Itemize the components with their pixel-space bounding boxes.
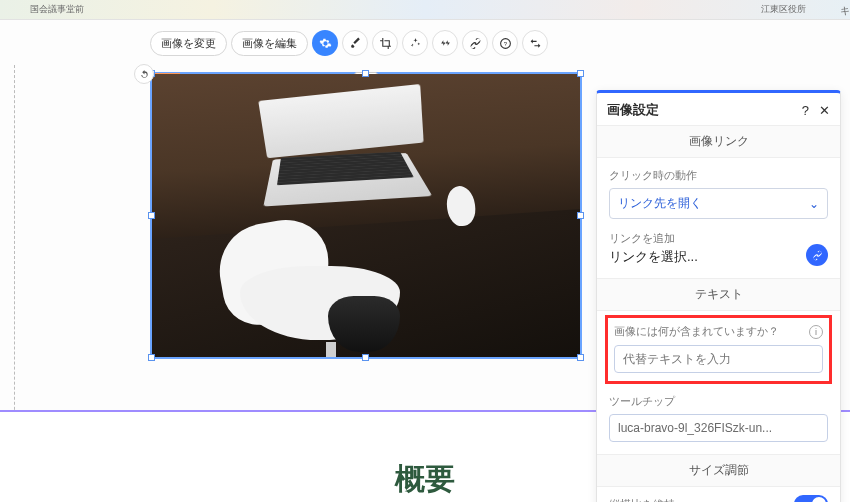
chevron-down-icon: ⌄ <box>809 197 819 211</box>
crop-tool-button[interactable] <box>372 30 398 56</box>
selected-image-frame[interactable]: 画像 #image6 <box>150 72 582 359</box>
refresh-icon <box>139 69 150 80</box>
map-poi-right: 江東区役所 <box>761 3 806 16</box>
info-icon[interactable]: i <box>809 325 823 339</box>
add-link-group: リンクを追加 リンクを選択... <box>597 231 840 278</box>
add-link-label: リンクを追加 <box>609 231 698 246</box>
resize-handle-bl[interactable] <box>148 354 155 361</box>
alt-text-input[interactable] <box>614 345 823 373</box>
swap-tool-button[interactable] <box>522 30 548 56</box>
image-content <box>152 74 580 357</box>
section-image-link: 画像リンク <box>597 125 840 158</box>
click-behavior-select[interactable]: リンク先を開く ⌄ <box>609 188 828 219</box>
image-toolbar: 画像を変更 画像を編集 ? <box>150 30 548 56</box>
tooltip-label: ツールチップ <box>609 394 828 409</box>
resize-handle-tr[interactable] <box>577 70 584 77</box>
image-settings-panel: 画像設定 ? ✕ 画像リンク クリック時の動作 リンク先を開く ⌄ リンクを追加… <box>596 90 841 502</box>
aspect-ratio-label: 縦横比を維持 <box>609 497 675 503</box>
help-icon: ? <box>499 37 512 50</box>
section-size: サイズ調節 <box>597 454 840 487</box>
aspect-ratio-toggle[interactable] <box>794 495 828 502</box>
map-poi-left: 国会議事堂前 <box>30 3 84 16</box>
link-icon <box>469 37 482 50</box>
click-behavior-value: リンク先を開く <box>618 195 702 212</box>
change-image-button[interactable]: 画像を変更 <box>150 31 227 56</box>
resize-handle-mr[interactable] <box>577 212 584 219</box>
click-behavior-group: クリック時の動作 リンク先を開く ⌄ <box>597 158 840 231</box>
map-background: 国会議事堂前 江東区役所 <box>0 0 850 20</box>
section-heading: 概要 <box>395 459 455 500</box>
link-icon <box>812 250 823 261</box>
sparkle-icon <box>409 37 422 50</box>
alt-text-highlight: 画像には何が含まれていますか？ i <box>605 315 832 384</box>
brush-icon <box>349 37 362 50</box>
svg-text:?: ? <box>503 40 507 46</box>
reset-element-button[interactable] <box>134 64 154 84</box>
resize-handle-mt[interactable] <box>362 70 369 77</box>
crop-icon <box>379 37 392 50</box>
section-text: テキスト <box>597 278 840 311</box>
panel-help-button[interactable]: ? <box>802 103 809 118</box>
resize-handle-mb[interactable] <box>362 354 369 361</box>
resize-handle-br[interactable] <box>577 354 584 361</box>
animation-icon <box>439 37 452 50</box>
panel-title: 画像設定 <box>607 101 659 119</box>
link-tool-button[interactable] <box>462 30 488 56</box>
resize-handle-ml[interactable] <box>148 212 155 219</box>
gear-icon <box>319 37 332 50</box>
tooltip-group: ツールチップ <box>597 394 840 454</box>
panel-close-button[interactable]: ✕ <box>819 103 830 118</box>
panel-header: 画像設定 ? ✕ <box>597 93 840 125</box>
link-action-button[interactable] <box>806 244 828 266</box>
settings-gear-button[interactable] <box>312 30 338 56</box>
cropped-text-right: キ <box>840 4 850 18</box>
swap-icon <box>529 37 542 50</box>
magic-tool-button[interactable] <box>402 30 428 56</box>
editor-canvas: 画像を変更 画像を編集 ? 画像 #image6 <box>0 20 850 502</box>
alt-text-label: 画像には何が含まれていますか？ <box>614 324 779 339</box>
edit-image-button[interactable]: 画像を編集 <box>231 31 308 56</box>
click-behavior-label: クリック時の動作 <box>609 168 828 183</box>
add-link-value[interactable]: リンクを選択... <box>609 248 698 266</box>
aspect-ratio-row: 縦横比を維持 <box>597 487 840 502</box>
animation-tool-button[interactable] <box>432 30 458 56</box>
layout-guide-left <box>14 65 15 445</box>
tooltip-input[interactable] <box>609 414 828 442</box>
brush-tool-button[interactable] <box>342 30 368 56</box>
help-tool-button[interactable]: ? <box>492 30 518 56</box>
